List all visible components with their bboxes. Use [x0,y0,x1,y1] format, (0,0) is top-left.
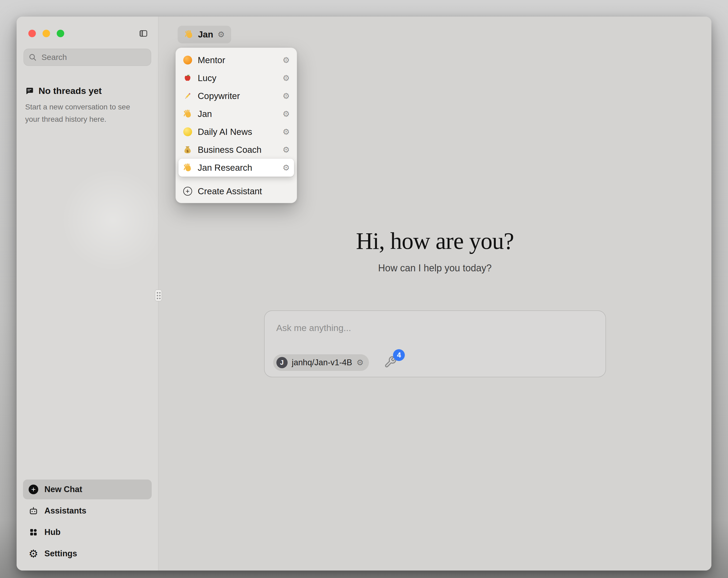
search-input[interactable] [24,49,151,66]
gear-icon[interactable]: ⚙ [283,128,290,136]
assistant-menu-item-daily-ai-news[interactable]: Daily AI News ⚙ [179,123,294,141]
sidebar: No threads yet Start a new conversation … [17,17,158,571]
wave-hand-icon [184,30,194,39]
sidebar-top-bar [17,17,158,38]
threads-empty-state: No threads yet Start a new conversation … [17,85,158,126]
gear-icon[interactable]: ⚙ [283,146,290,154]
drag-dots-icon [156,292,161,299]
hub-grid-icon [28,527,38,537]
assistants-label: Assistants [45,506,86,516]
assistant-menu-item-lucy[interactable]: Lucy ⚙ [179,69,294,87]
wave-hand-icon [183,109,192,119]
sidebar-item-hub[interactable]: Hub [23,522,152,542]
gear-icon[interactable]: ⚙ [283,56,290,64]
gear-icon[interactable]: ⚙ [283,110,290,118]
menu-item-label: Jan [198,109,277,119]
message-input[interactable] [265,311,605,343]
empty-state-description: Start a new conversation to see your thr… [25,101,143,126]
app-window: No threads yet Start a new conversation … [17,17,711,571]
sidebar-item-settings[interactable]: ⚙ Settings [23,544,152,563]
gear-icon[interactable]: ⚙ [283,92,290,100]
gear-icon[interactable]: ⚙ [283,74,290,82]
svg-text:$: $ [186,149,189,153]
sidebar-nav: + New Chat Assistants [23,479,152,563]
gear-icon[interactable]: ⚙ [283,164,290,172]
apple-icon [183,73,192,83]
tools-count-badge: 4 [393,349,405,361]
zoom-window-button[interactable] [57,30,64,37]
pencil-icon [183,91,192,101]
settings-label: Settings [45,549,77,558]
model-name: janhq/Jan-v1-4B [292,358,353,368]
minimize-window-button[interactable] [43,30,50,37]
empty-state-title: No threads yet [38,85,102,96]
chat-bubble-icon [25,87,34,95]
window-controls [28,30,64,37]
main-area: Jan ⚙ Mentor ⚙ [158,17,711,571]
assistant-menu-item-jan[interactable]: Jan ⚙ [179,105,294,123]
menu-item-label: Copywriter [198,91,277,101]
greeting: Hi, how are you? How can I help you toda… [158,227,711,274]
search-field [24,49,151,66]
current-assistant-name: Jan [198,29,213,40]
create-assistant-button[interactable]: + Create Assistant [179,182,294,200]
assistant-menu-item-mentor[interactable]: Mentor ⚙ [179,51,294,69]
menu-item-label: Lucy [198,73,277,83]
sidebar-panel-icon [138,29,149,38]
search-icon [28,53,37,61]
new-chat-label: New Chat [45,485,82,494]
greeting-title: Hi, how are you? [158,227,711,254]
settings-gear-icon: ⚙ [28,549,38,559]
yellow-circle-icon [183,127,192,137]
menu-divider [180,179,292,180]
assistant-menu-item-copywriter[interactable]: Copywriter ⚙ [179,87,294,105]
menu-item-label: Business Coach [198,145,277,155]
create-assistant-label: Create Assistant [198,186,290,196]
composer-toolbar: J janhq/Jan-v1-4B ⚙ 4 [273,354,398,371]
sidebar-resize-handle[interactable] [155,290,162,301]
composer: J janhq/Jan-v1-4B ⚙ 4 [264,310,606,377]
model-avatar: J [277,357,288,368]
assistant-menu: Mentor ⚙ Lucy ⚙ [176,48,297,203]
model-settings-gear-icon[interactable]: ⚙ [356,358,364,367]
money-bag-icon: $ [183,145,192,155]
orange-circle-icon [183,55,192,65]
greeting-subtitle: How can I help you today? [158,262,711,274]
menu-item-label: Mentor [198,55,277,65]
wave-hand-icon [183,163,192,173]
assistant-menu-item-jan-research[interactable]: Jan Research ⚙ [179,159,294,177]
assistant-menu-item-business-coach[interactable]: $ Business Coach ⚙ [179,141,294,159]
close-window-button[interactable] [28,30,36,37]
hub-label: Hub [45,527,60,537]
assistants-robot-icon [28,506,38,516]
desktop-background: No threads yet Start a new conversation … [0,0,728,578]
assistant-settings-gear-icon[interactable]: ⚙ [217,30,225,39]
plus-circle-icon: + [28,484,38,495]
plus-circle-outline-icon: + [183,186,192,196]
tools-button[interactable]: 4 [384,356,398,370]
menu-item-label: Daily AI News [198,127,277,137]
new-chat-button[interactable]: + New Chat [23,479,152,499]
model-selector-button[interactable]: J janhq/Jan-v1-4B ⚙ [273,354,369,371]
toggle-sidebar-button[interactable] [138,29,149,38]
main-header: Jan ⚙ [158,17,711,43]
assistant-selector-button[interactable]: Jan ⚙ [178,26,231,43]
menu-item-label: Jan Research [198,163,277,173]
sidebar-item-assistants[interactable]: Assistants [23,501,152,521]
